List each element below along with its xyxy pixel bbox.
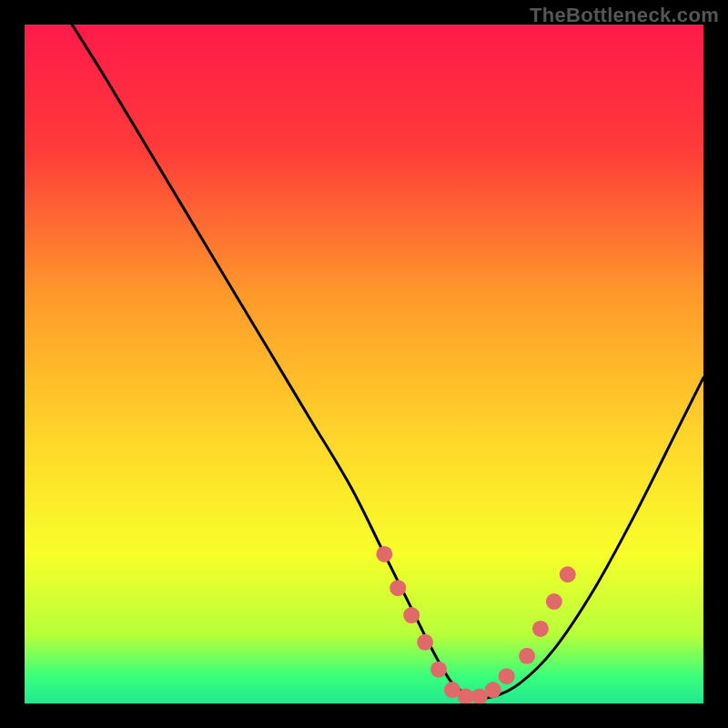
data-marker xyxy=(389,580,406,596)
data-marker xyxy=(376,546,392,562)
data-marker xyxy=(430,662,447,678)
data-marker xyxy=(485,682,501,698)
data-marker xyxy=(499,668,515,684)
bottleneck-chart xyxy=(25,25,703,703)
data-marker xyxy=(403,607,420,623)
data-marker xyxy=(532,621,549,637)
data-marker xyxy=(546,593,562,610)
chart-frame xyxy=(25,25,703,703)
data-marker xyxy=(519,648,535,664)
data-marker xyxy=(417,634,433,651)
gradient-background xyxy=(25,25,703,703)
watermark-text: TheBottleneck.com xyxy=(530,4,719,27)
data-marker xyxy=(560,566,576,582)
